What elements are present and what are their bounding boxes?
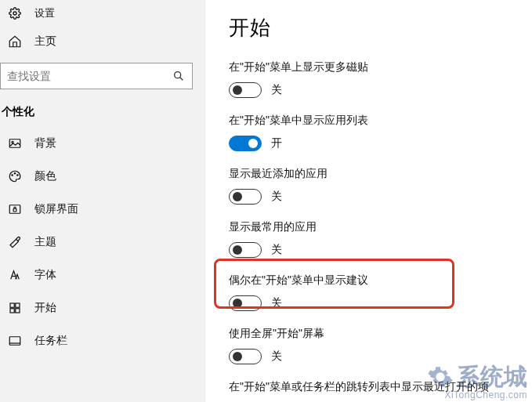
toggle-knob (233, 192, 242, 201)
toggle-state-label: 关 (271, 296, 282, 310)
sidebar-settings-header[interactable]: 设置 (0, 2, 204, 25)
sidebar-section-header: 个性化 (0, 99, 204, 127)
palette-icon (6, 168, 24, 185)
setting-item: 使用全屏"开始"屏幕关 (229, 327, 532, 364)
gear-icon (6, 5, 24, 22)
svg-rect-9 (13, 208, 16, 212)
toggle-knob (233, 85, 242, 95)
picture-icon (6, 135, 24, 152)
toggle-knob (233, 245, 242, 255)
svg-line-2 (180, 78, 183, 81)
toggle-switch[interactable] (229, 189, 262, 205)
svg-rect-10 (10, 303, 14, 307)
svg-point-6 (14, 173, 16, 175)
svg-rect-11 (16, 303, 20, 307)
search-box[interactable] (0, 63, 193, 89)
sidebar-item-themes[interactable]: 主题 (0, 226, 204, 259)
setting-item: 在"开始"菜单或任务栏的跳转列表中显示最近打开的项开 (229, 380, 532, 402)
toggle-switch[interactable] (229, 136, 262, 151)
toggle-row: 关 (229, 82, 532, 98)
sidebar-item-label: 开始 (34, 301, 56, 315)
font-icon (6, 266, 24, 284)
sidebar-item-label: 任务栏 (34, 334, 67, 348)
svg-point-0 (13, 12, 16, 15)
sidebar-item-lockscreen[interactable]: 锁屏界面 (0, 193, 204, 226)
svg-point-1 (175, 72, 181, 78)
toggle-state-label: 开 (271, 136, 282, 150)
sidebar-item-home[interactable]: 主页 (0, 25, 204, 58)
sidebar-item-label: 主题 (34, 235, 56, 249)
start-icon (6, 299, 24, 317)
sidebar-item-background[interactable]: 背景 (0, 127, 204, 160)
lockscreen-icon (6, 201, 24, 218)
setting-label: 使用全屏"开始"屏幕 (229, 327, 532, 341)
sidebar-item-colors[interactable]: 颜色 (0, 160, 204, 193)
sidebar: 设置 主页 个性化 背景 (0, 0, 205, 402)
svg-rect-12 (10, 309, 14, 313)
setting-item: 显示最近添加的应用关 (229, 167, 532, 205)
svg-rect-14 (9, 337, 20, 346)
setting-item: 在"开始"菜单中显示应用列表开 (229, 114, 532, 151)
toggle-knob (233, 352, 242, 361)
sidebar-item-label: 锁屏界面 (34, 202, 78, 216)
toggle-knob (248, 139, 258, 148)
search-icon (172, 69, 186, 83)
toggle-knob (233, 299, 242, 308)
page-title: 开始 (229, 14, 532, 42)
content-panel: 开始 在"开始"菜单上显示更多磁贴关在"开始"菜单中显示应用列表开显示最近添加的… (205, 0, 532, 402)
toggle-row: 关 (229, 295, 532, 311)
home-icon (6, 33, 24, 50)
taskbar-icon (6, 332, 24, 349)
setting-item: 显示最常用的应用关 (229, 220, 532, 258)
toggle-switch[interactable] (229, 82, 262, 98)
toggle-switch[interactable] (229, 242, 262, 258)
toggle-row: 开 (229, 136, 532, 151)
toggle-row: 关 (229, 349, 532, 364)
sidebar-item-fonts[interactable]: 字体 (0, 259, 204, 292)
settings-list: 在"开始"菜单上显示更多磁贴关在"开始"菜单中显示应用列表开显示最近添加的应用关… (229, 60, 532, 402)
sidebar-item-label: 颜色 (34, 169, 56, 183)
sidebar-item-label: 背景 (34, 136, 56, 150)
svg-point-7 (17, 175, 19, 176)
svg-rect-8 (9, 205, 20, 214)
sidebar-item-label: 字体 (34, 268, 56, 282)
toggle-state-label: 关 (271, 349, 282, 364)
sidebar-item-start[interactable]: 开始 (0, 292, 204, 324)
setting-label: 在"开始"菜单上显示更多磁贴 (229, 60, 532, 74)
sidebar-item-taskbar[interactable]: 任务栏 (0, 324, 204, 357)
setting-label: 显示最近添加的应用 (229, 167, 532, 181)
toggle-row: 关 (229, 242, 532, 258)
search-input[interactable] (7, 70, 172, 82)
setting-label: 显示最常用的应用 (229, 220, 532, 234)
toggle-row: 关 (229, 189, 532, 205)
setting-item: 偶尔在"开始"菜单中显示建议关 (229, 273, 532, 311)
setting-item: 在"开始"菜单上显示更多磁贴关 (229, 60, 532, 98)
sidebar-settings-label: 设置 (34, 6, 55, 20)
svg-rect-13 (16, 309, 20, 313)
toggle-switch[interactable] (229, 349, 262, 364)
theme-icon (6, 234, 24, 251)
toggle-state-label: 关 (271, 243, 282, 257)
toggle-switch[interactable] (229, 295, 262, 311)
search-wrap (0, 63, 204, 89)
setting-label: 在"开始"菜单中显示应用列表 (229, 114, 532, 128)
setting-label: 偶尔在"开始"菜单中显示建议 (229, 273, 532, 288)
toggle-state-label: 关 (271, 190, 282, 204)
sidebar-item-label: 主页 (34, 34, 56, 49)
toggle-state-label: 关 (271, 83, 282, 97)
svg-point-5 (12, 175, 13, 176)
setting-label: 在"开始"菜单或任务栏的跳转列表中显示最近打开的项 (229, 380, 532, 394)
